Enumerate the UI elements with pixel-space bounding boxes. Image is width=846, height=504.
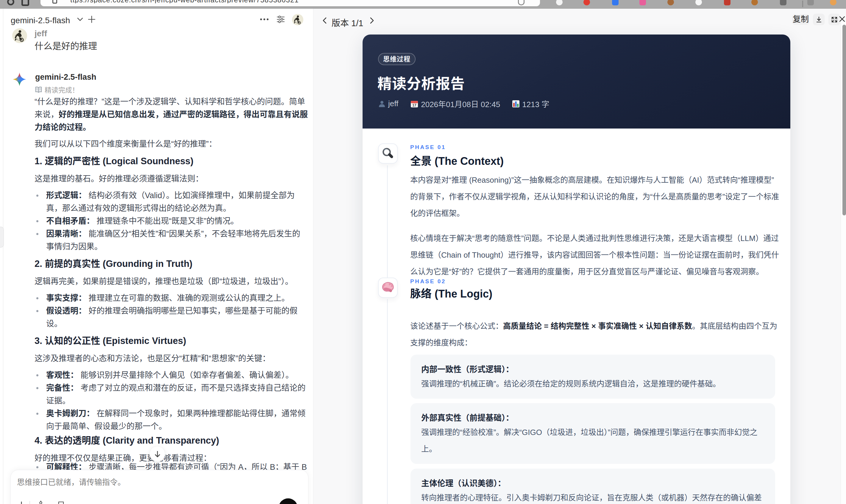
svg-text:17: 17 (412, 103, 417, 107)
